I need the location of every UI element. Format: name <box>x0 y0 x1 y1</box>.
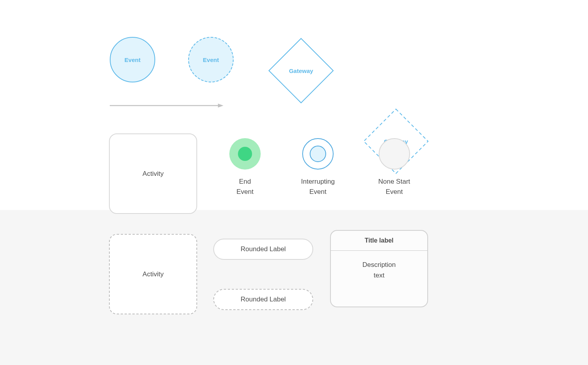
activity-label: Activity <box>143 170 164 178</box>
card-description: Description text <box>331 251 427 307</box>
lower-background-panel <box>0 210 588 365</box>
rounded-label-text: Rounded Label <box>241 245 286 253</box>
end-event-icon <box>229 138 261 170</box>
event-circle-solid-shape[interactable]: Event <box>110 37 155 82</box>
svg-marker-3 <box>218 104 223 108</box>
card-title: Title label <box>331 231 427 251</box>
interrupting-event-icon <box>302 138 334 170</box>
gateway-label: Gateway <box>289 68 313 74</box>
none-start-event-label: None Start Event <box>378 177 410 197</box>
interrupting-event-label: Interrupting Event <box>301 177 335 197</box>
rounded-label-text: Rounded Label <box>241 296 286 303</box>
event-label: Event <box>125 57 141 63</box>
activity-label: Activity <box>143 270 164 278</box>
activity-dashed-shape[interactable]: Activity <box>109 234 197 314</box>
gateway-solid-shape[interactable]: Gateway <box>266 35 336 106</box>
end-event-label: End Event <box>236 177 253 197</box>
end-event-shape[interactable]: End Event <box>229 138 261 197</box>
title-description-card-shape[interactable]: Title label Description text <box>330 230 428 307</box>
event-circle-dashed-shape[interactable]: Event <box>188 37 234 82</box>
event-label: Event <box>203 57 219 63</box>
rounded-label-dashed-shape[interactable]: Rounded Label <box>213 289 313 310</box>
none-start-event-shape[interactable]: None Start Event <box>378 138 410 197</box>
sequence-flow-arrow[interactable] <box>110 103 223 108</box>
arrow-icon <box>110 103 223 108</box>
interrupting-event-shape[interactable]: Interrupting Event <box>301 138 335 197</box>
none-start-event-icon <box>379 138 410 170</box>
rounded-label-solid-shape[interactable]: Rounded Label <box>213 239 313 260</box>
activity-solid-shape[interactable]: Activity <box>109 133 197 214</box>
